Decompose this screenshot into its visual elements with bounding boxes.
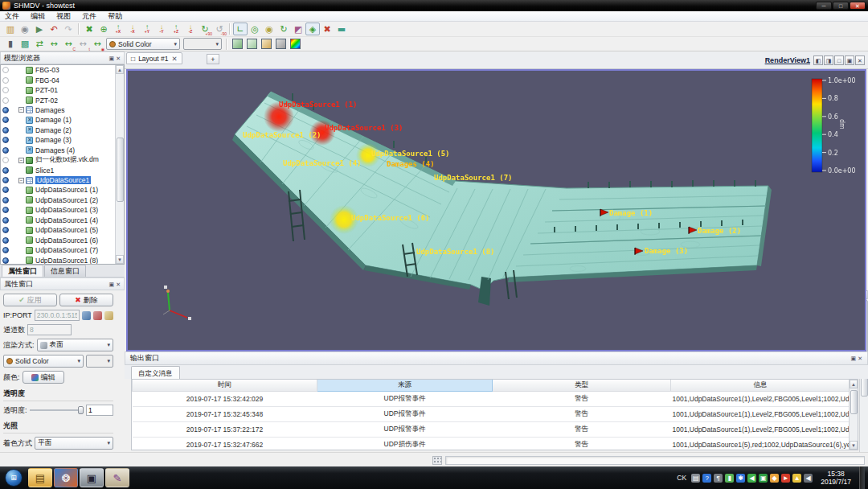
menu-item-3[interactable]: 元件 xyxy=(82,11,96,22)
show-center-icon[interactable]: ◎ xyxy=(248,23,262,35)
rescale-custom-icon[interactable]: ↔C xyxy=(61,38,76,51)
transparency-value[interactable] xyxy=(86,405,113,416)
tree-item-pzt-02[interactable]: PZT-02 xyxy=(1,95,124,105)
visibility-eye-icon[interactable] xyxy=(2,107,9,113)
safe-tray-icon[interactable]: ▣ xyxy=(759,474,768,483)
tree-item-damages-4-[interactable]: Damages (4) xyxy=(1,146,124,155)
edit-color-button[interactable]: 编辑 xyxy=(23,371,64,384)
animation-save-icon[interactable]: ▶ xyxy=(32,23,47,35)
clip-tray-icon[interactable]: ¶ xyxy=(714,474,723,483)
component-combo[interactable]: ▾ xyxy=(183,38,222,50)
scroll-down-icon[interactable]: ▼ xyxy=(116,255,124,264)
tree-item-udpdatasource1-2-[interactable]: UdpDataSource1 (2) xyxy=(1,195,124,205)
tree-item-udpdatasource1-6-[interactable]: UdpDataSource1 (6) xyxy=(1,235,124,244)
maximize-button[interactable]: □ xyxy=(833,2,849,10)
menu-item-4[interactable]: 帮助 xyxy=(108,11,122,22)
tree-item-fbg-04[interactable]: FBG-04 xyxy=(1,75,124,84)
render-viewport[interactable]: UdpDataSource1 (1)UdpDataSource1 (2)UdpD… xyxy=(126,69,866,351)
view-minus-z-icon[interactable]: ↓-Z xyxy=(183,23,198,35)
close-panel-icon[interactable]: ✕ xyxy=(116,55,121,62)
column-header-1[interactable]: 来源 xyxy=(317,380,493,392)
zoom-to-data-icon[interactable]: ⊕ xyxy=(96,23,111,35)
visibility-eye-icon[interactable] xyxy=(2,147,9,154)
visibility-eye-icon[interactable] xyxy=(2,177,9,183)
redo-icon[interactable]: ↷ xyxy=(61,23,76,35)
tab-layout-1[interactable]: □ Layout #1 ✕ xyxy=(126,52,182,64)
menu-item-2[interactable]: 视图 xyxy=(56,11,71,22)
connect-icon[interactable] xyxy=(82,311,91,320)
visibility-eye-icon[interactable] xyxy=(2,87,9,93)
spreadsheet-icon[interactable]: ▮ xyxy=(3,38,18,51)
close-panel-icon[interactable]: ✕ xyxy=(116,281,121,288)
reset-view-icon[interactable]: ✖ xyxy=(82,23,96,35)
shading-combo[interactable]: 平面 ▾ xyxy=(35,437,113,450)
visibility-eye-icon[interactable] xyxy=(2,197,9,203)
rep-wireframe-icon[interactable] xyxy=(244,38,259,51)
table-scrollbar[interactable]: ▲ ▼ xyxy=(849,380,858,450)
table-row[interactable]: 2019-07-17 15:32:42:029UDP报警事件警告1001,Udp… xyxy=(133,392,850,407)
visibility-eye-icon[interactable] xyxy=(2,257,9,264)
start-button[interactable]: ⊞ xyxy=(5,469,23,487)
visibility-eye-icon[interactable] xyxy=(2,207,9,213)
tree-item-pzt-01[interactable]: PZT-01 xyxy=(1,85,124,95)
help-tray-icon[interactable]: ? xyxy=(702,474,711,483)
disconnect-icon[interactable] xyxy=(93,311,102,320)
undo-icon[interactable]: ↶ xyxy=(47,23,61,35)
rescale-time-icon[interactable]: ↔t xyxy=(76,38,90,51)
visibility-eye-icon[interactable] xyxy=(2,227,9,233)
ruler-icon[interactable]: ▬ xyxy=(334,23,349,35)
visibility-eye-icon[interactable] xyxy=(2,187,9,193)
volume-tray-icon[interactable]: ◀ xyxy=(804,474,813,483)
tab-custom-messages[interactable]: 自定义消息 xyxy=(131,366,180,379)
scroll-up-icon[interactable]: ▲ xyxy=(116,65,124,74)
rep-volume-icon[interactable] xyxy=(273,38,288,51)
render-mode-combo[interactable]: 表面 ▾ xyxy=(37,339,113,351)
tree-item-udpdatasource1-8-[interactable]: UdpDataSource1 (8) xyxy=(1,255,124,265)
tab-properties[interactable]: 属性窗口 xyxy=(2,265,43,277)
float-view-icon[interactable]: ▣ xyxy=(845,55,854,65)
expander-icon[interactable]: − xyxy=(18,178,24,183)
tree-item-udpdatasource1-5-[interactable]: UdpDataSource1 (5) xyxy=(1,225,124,235)
status-splitter-handle[interactable] xyxy=(432,456,442,465)
view-plus-y-icon[interactable]: ↑+Y xyxy=(140,23,154,35)
rescale-visible-icon[interactable]: ↔◉ xyxy=(90,38,104,51)
scrollbar-thumb[interactable] xyxy=(850,390,858,414)
visibility-eye-icon[interactable] xyxy=(2,137,9,143)
visibility-eye-icon[interactable] xyxy=(2,127,9,134)
tree-item-damages[interactable]: −Damages xyxy=(1,105,124,115)
visibility-eye-icon[interactable] xyxy=(2,217,9,224)
scrollbar-thumb[interactable] xyxy=(117,138,124,202)
color-blocks-icon[interactable]: ▩ xyxy=(18,38,32,51)
view-plus-z-icon[interactable]: ↑+Z xyxy=(169,23,183,35)
visibility-eye-icon[interactable] xyxy=(2,77,9,84)
scroll-down-icon[interactable]: ▼ xyxy=(850,441,858,450)
tab-information[interactable]: 信息窗口 xyxy=(44,265,86,277)
tree-item-fbg-03[interactable]: FBG-03 xyxy=(1,65,124,75)
visibility-eye-icon[interactable] xyxy=(2,247,9,253)
rep-surface-icon[interactable] xyxy=(230,38,244,51)
rescale-range-icon[interactable]: ↔ xyxy=(47,38,61,51)
tree-item-damage-3-[interactable]: Damage (3) xyxy=(1,135,124,145)
language-indicator[interactable]: CK xyxy=(675,474,688,482)
visibility-eye-icon[interactable] xyxy=(2,237,9,244)
rep-points-icon[interactable] xyxy=(259,38,273,51)
component-combo[interactable]: ▾ xyxy=(86,355,113,368)
shmdv-app-icon[interactable]: ❂ xyxy=(54,468,78,487)
float-panel-icon[interactable]: ▣ xyxy=(109,55,115,62)
tree-item-udpdatasource1-1-[interactable]: UdpDataSource1 (1) xyxy=(1,185,124,195)
table-row[interactable]: 2019-07-17 15:32:45:348UDP报警事件警告1001,Udp… xyxy=(133,407,850,422)
tree-item-slice1[interactable]: Slice1 xyxy=(1,165,124,175)
table-row[interactable]: 2019-07-17 15:32:47:662UDP损伤事件警告1001,Udp… xyxy=(133,438,850,451)
reset-center-icon[interactable]: ↻ xyxy=(276,23,291,35)
warning-tray-icon[interactable]: ▲ xyxy=(792,474,801,483)
show-desktop-button[interactable] xyxy=(859,466,865,489)
tree-item--txt-vtk-dm[interactable]: −归一化数txt据.vtk.dm xyxy=(1,155,124,165)
close-tab-icon[interactable]: ✕ xyxy=(171,55,177,63)
edit-palette-icon[interactable]: ◩ xyxy=(291,23,305,35)
tree-item-udpdatasource1-3-[interactable]: UdpDataSource1 (3) xyxy=(1,205,124,215)
table-row[interactable]: 2019-07-17 15:37:22:172UDP报警事件警告1001,Udp… xyxy=(133,422,850,438)
split-horizontal-icon[interactable]: ◧ xyxy=(813,55,823,65)
apply-button[interactable]: ✔应用 xyxy=(3,294,57,306)
visibility-toggle-icon[interactable]: ◈ xyxy=(305,23,320,35)
ip-port-field[interactable] xyxy=(35,310,80,321)
